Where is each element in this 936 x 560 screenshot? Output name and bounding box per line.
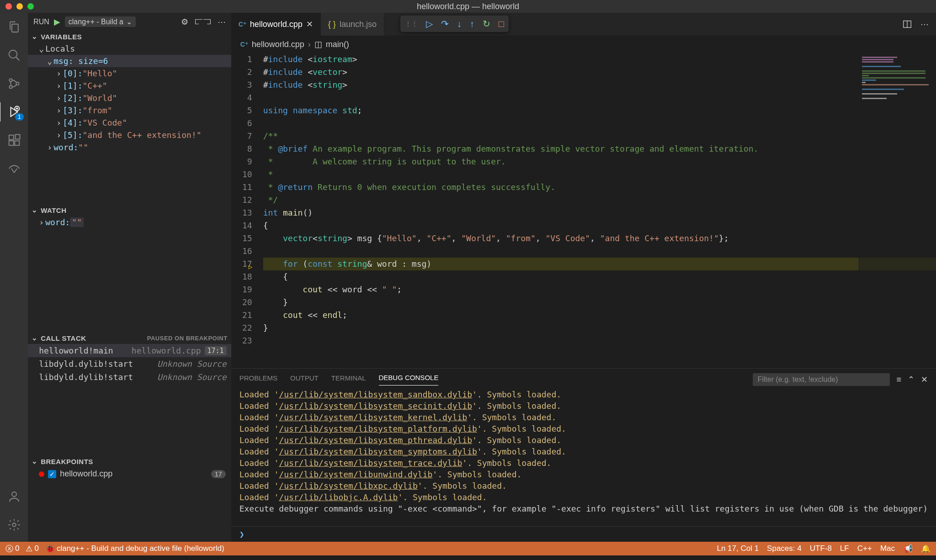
debug-badge: 1: [15, 113, 24, 121]
svg-point-0: [9, 50, 17, 58]
start-debug-icon[interactable]: ▶: [54, 17, 60, 27]
svg-point-2: [9, 85, 12, 88]
var-item[interactable]: ›[0]: "Hello": [28, 67, 231, 79]
split-editor-icon[interactable]: [902, 19, 912, 29]
extensions-icon[interactable]: [6, 132, 22, 148]
variables-header[interactable]: ⌄VARIABLES: [28, 31, 231, 42]
tab-launch[interactable]: { } launch.jso: [321, 13, 384, 36]
tab-helloworld[interactable]: C⁺ helloworld.cpp ✕: [231, 13, 321, 36]
var-item[interactable]: ›[5]: "and the C++ extension!": [28, 129, 231, 141]
locals-scope[interactable]: ⌄Locals: [28, 42, 231, 55]
maximize-window[interactable]: [27, 3, 34, 10]
window-controls: [5, 3, 34, 10]
os[interactable]: Mac: [880, 544, 895, 554]
breakpoint-checkbox[interactable]: ✓: [48, 470, 56, 478]
editor-area: C⁺ helloworld.cpp ✕ { } launch.jso ⋯ ⋮⋮ …: [231, 13, 936, 542]
encoding[interactable]: UTF-8: [810, 544, 832, 554]
breadcrumbs[interactable]: C⁺ helloworld.cpp › ◫ main(): [231, 36, 936, 53]
debug-config-select[interactable]: clang++ - Build a⌄: [65, 16, 136, 27]
editor-body[interactable]: 12345678910111213141516▷17181920212223 #…: [231, 53, 936, 368]
live-share-icon[interactable]: [6, 161, 22, 176]
svg-rect-6: [9, 141, 13, 145]
run-header: RUN ▶ clang++ - Build a⌄ ⚙ ⫍⫎ ⋯: [28, 13, 231, 31]
grip-icon[interactable]: ⋮⋮: [405, 20, 418, 27]
panel-close-icon[interactable]: ✕: [921, 375, 928, 385]
more-icon[interactable]: ⋯: [218, 17, 226, 27]
step-out-icon[interactable]: ↑: [470, 19, 474, 29]
var-item[interactable]: ›[3]: "from": [28, 104, 231, 116]
svg-rect-5: [9, 135, 13, 140]
close-window[interactable]: [5, 3, 12, 10]
search-icon[interactable]: [6, 48, 22, 63]
source-control-icon[interactable]: [6, 76, 22, 91]
run-label: RUN: [33, 18, 49, 26]
minimap[interactable]: [858, 53, 936, 368]
callstack-frame[interactable]: libdyld.dylib!startUnknown Source: [28, 370, 231, 384]
accounts-icon[interactable]: [6, 489, 22, 504]
editor-tabs: C⁺ helloworld.cpp ✕ { } launch.jso ⋯: [231, 13, 936, 36]
debug-status[interactable]: 🐞 clang++ - Build and debug active file …: [45, 544, 224, 554]
indentation[interactable]: Spaces: 4: [767, 544, 802, 554]
var-item[interactable]: ›[1]: "C++": [28, 79, 231, 92]
debug-console-icon[interactable]: ⫍⫎: [195, 17, 211, 27]
feedback-icon[interactable]: 📢: [903, 544, 913, 554]
watch-word[interactable]: ›word: "": [28, 216, 231, 228]
step-into-icon[interactable]: ↓: [457, 19, 462, 29]
svg-rect-7: [15, 141, 19, 145]
json-file-icon: { }: [328, 20, 336, 29]
stop-icon[interactable]: □: [499, 19, 504, 29]
var-item[interactable]: ›[2]: "World": [28, 92, 231, 104]
tab-debug-console[interactable]: DEBUG CONSOLE: [379, 374, 439, 386]
var-word[interactable]: ›word: "": [28, 141, 231, 153]
svg-rect-8: [15, 135, 20, 139]
window-title: helloworld.cpp — helloworld: [417, 2, 519, 11]
clear-console-icon[interactable]: ≡: [896, 375, 901, 385]
breakpoint-dot-icon: [39, 471, 44, 477]
close-tab-icon[interactable]: ✕: [306, 19, 313, 29]
callstack-frame[interactable]: helloworld!mainhelloworld.cpp17:1: [28, 344, 231, 357]
breakpoints-header[interactable]: ⌄BREAKPOINTS: [28, 455, 231, 467]
status-bar: ⓧ 0 ⚠ 0 🐞 clang++ - Build and debug acti…: [0, 542, 936, 555]
bell-icon[interactable]: 🔔: [921, 544, 931, 554]
svg-point-3: [16, 82, 19, 85]
run-debug-icon[interactable]: 1: [6, 104, 22, 120]
panel-chevron-icon[interactable]: ⌃: [908, 375, 915, 385]
console-input[interactable]: ❯: [231, 526, 936, 542]
tab-output[interactable]: OUTPUT: [290, 374, 319, 386]
explorer-icon[interactable]: [6, 19, 22, 35]
warnings-count[interactable]: ⚠ 0: [26, 544, 38, 554]
breakpoint-row[interactable]: ✓ helloworld.cpp 17: [28, 467, 231, 481]
eol[interactable]: LF: [840, 544, 849, 554]
titlebar: helloworld.cpp — helloworld: [0, 0, 936, 13]
language-mode[interactable]: C++: [857, 544, 872, 554]
svg-point-9: [12, 492, 16, 497]
watch-header[interactable]: ⌄WATCH: [28, 204, 231, 216]
errors-count[interactable]: ⓧ 0: [5, 544, 19, 554]
var-item[interactable]: ›[4]: "VS Code": [28, 116, 231, 129]
bottom-panel: PROBLEMS OUTPUT TERMINAL DEBUG CONSOLE F…: [231, 368, 936, 542]
restart-icon[interactable]: ↻: [483, 18, 490, 29]
cube-icon: ◫: [314, 39, 322, 49]
settings-icon[interactable]: [6, 517, 22, 533]
callstack-frame[interactable]: libdyld.dylib!startUnknown Source: [28, 357, 231, 370]
more-actions-icon[interactable]: ⋯: [920, 19, 929, 29]
cpp-file-icon: C⁺: [240, 41, 248, 48]
activity-bar: 1: [0, 13, 28, 542]
cursor-position[interactable]: Ln 17, Col 1: [717, 544, 759, 554]
continue-icon[interactable]: ▷: [426, 18, 433, 29]
cpp-file-icon: C⁺: [239, 21, 246, 28]
filter-input[interactable]: Filter (e.g. text, !exclude): [753, 373, 890, 386]
minimize-window[interactable]: [16, 3, 23, 10]
debug-sidebar: RUN ▶ clang++ - Build a⌄ ⚙ ⫍⫎ ⋯ ⌄VARIABL…: [28, 13, 231, 542]
callstack-header[interactable]: ⌄CALL STACKPAUSED ON BREAKPOINT: [28, 332, 231, 344]
step-over-icon[interactable]: ↷: [441, 18, 449, 29]
debug-toolbar[interactable]: ⋮⋮ ▷ ↷ ↓ ↑ ↻ □: [400, 16, 509, 32]
var-msg[interactable]: ⌄msg: size=6: [28, 55, 231, 67]
svg-point-1: [9, 79, 12, 81]
gear-icon[interactable]: ⚙: [181, 17, 188, 27]
tab-terminal[interactable]: TERMINAL: [331, 374, 366, 386]
svg-point-10: [12, 523, 16, 527]
tab-problems[interactable]: PROBLEMS: [239, 374, 277, 386]
